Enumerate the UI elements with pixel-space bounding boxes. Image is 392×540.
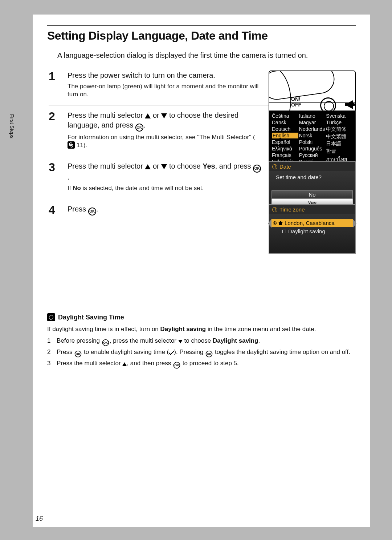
step-2-sub: For information on using the multi selec… [68, 133, 261, 149]
step-number: 2 [49, 110, 61, 149]
up-icon [145, 164, 151, 169]
heading-rule [47, 25, 356, 26]
section-tab: First Steps [6, 113, 15, 153]
timezone-menu-screen: Time zone London, Casablanca Daylight sa… [269, 204, 356, 254]
daylight-saving-label: Daylight saving [288, 228, 325, 234]
clock-icon [272, 207, 277, 212]
down-icon [161, 164, 167, 169]
step-2-illustration: Čeština Dansk Deutsch English Español Ελ… [269, 110, 356, 170]
ok-icon [253, 165, 261, 173]
note-step-3: 3 Press the multi selector , and then pr… [47, 359, 356, 369]
timezone-location: London, Casablanca [285, 220, 335, 226]
step-number: 3 [49, 161, 61, 192]
on-label: ON/ [291, 96, 300, 102]
lang-option: 한글 [326, 148, 352, 154]
lang-option-selected: English [272, 133, 298, 138]
checkbox-empty-icon [282, 230, 286, 233]
lang-option: Italiano [299, 113, 326, 119]
step-4-illustration: Time zone London, Casablanca Daylight sa… [269, 204, 356, 254]
ok-icon [102, 339, 109, 346]
down-icon [178, 340, 183, 343]
check-icon [169, 349, 175, 355]
note-icon [47, 313, 55, 321]
step-1-lead: Press the power switch to turn on the ca… [68, 70, 261, 80]
step-number: 4 [49, 204, 61, 263]
ok-icon [88, 207, 96, 215]
down-icon [161, 113, 167, 118]
lang-option: Čeština [272, 113, 298, 119]
up-icon [122, 362, 127, 366]
lang-option: Norsk [299, 133, 326, 138]
lang-option: 中文简体 [326, 126, 352, 133]
step-3: 3 Press the multi selector or to choose … [49, 161, 356, 199]
note-section: Daylight Saving Time If daylight saving … [47, 313, 356, 369]
menu-title-text: Date [279, 164, 291, 170]
lang-option: Français [272, 152, 298, 158]
lang-option: Español [272, 139, 298, 145]
language-screen: Čeština Dansk Deutsch English Español Ελ… [269, 110, 356, 170]
page-title: Setting Display Language, Date and Time [47, 29, 356, 43]
page-number: 16 [36, 515, 43, 523]
step-4: 4 Press . Time zone London, Casablanca [49, 204, 356, 270]
lang-option: 中文繁體 [326, 133, 352, 140]
step-2-lead: Press the multi selector or to choose th… [68, 110, 261, 131]
menu-title-text: Time zone [279, 206, 305, 213]
note-step-1: 1 Before pressing , press the multi sele… [47, 337, 356, 346]
ok-icon [173, 362, 180, 369]
lang-option: Русский [299, 152, 326, 158]
menu-prompt: Set time and date? [269, 173, 355, 181]
up-icon [145, 113, 151, 118]
intro-text: A language-selection dialog is displayed… [57, 51, 356, 60]
note-step-2: 2 Press to enable daylight saving time (… [47, 348, 356, 358]
step-3-lead: Press the multi selector or to choose Ye… [68, 161, 261, 182]
lang-option: Polski [299, 139, 326, 145]
step-number: 1 [49, 70, 61, 98]
lang-option: Deutsch [272, 126, 298, 132]
lang-option: Português [299, 146, 326, 152]
timezone-row: London, Casablanca [271, 219, 353, 227]
note-heading: Daylight Saving Time [58, 314, 124, 321]
lang-option: Svenska [326, 113, 352, 119]
clock-icon [272, 164, 277, 169]
step-3-sub: If No is selected, the date and time wil… [68, 184, 261, 192]
home-icon [278, 221, 283, 225]
step-1-sub: The power-on lamp (green) will light for… [68, 82, 261, 98]
step-4-lead: Press . [68, 204, 261, 215]
ok-icon [135, 124, 143, 132]
lang-option: Magyar [299, 120, 326, 125]
step-2: 2 Press the multi selector or to choose … [49, 110, 356, 156]
off-label: OFF [291, 102, 301, 108]
daylight-saving-row: Daylight saving [271, 227, 353, 237]
reference-icon [68, 141, 75, 149]
lang-option: Türkçe [326, 120, 352, 125]
lang-option: Nederlands [299, 126, 326, 132]
lang-option: Dansk [272, 120, 298, 125]
step-1: 1 Press the power switch to turn on the … [49, 70, 356, 105]
menu-option-no: No [271, 190, 353, 199]
ok-icon [75, 351, 82, 358]
lang-option: Ελληνικά [272, 146, 298, 152]
manual-page: First Steps Setting Display Language, Da… [33, 15, 370, 527]
radio-selected-icon [273, 221, 277, 225]
lang-option: 日本語 [326, 141, 352, 147]
note-text: If daylight saving time is in effect, tu… [47, 325, 356, 334]
ok-icon [206, 351, 213, 358]
